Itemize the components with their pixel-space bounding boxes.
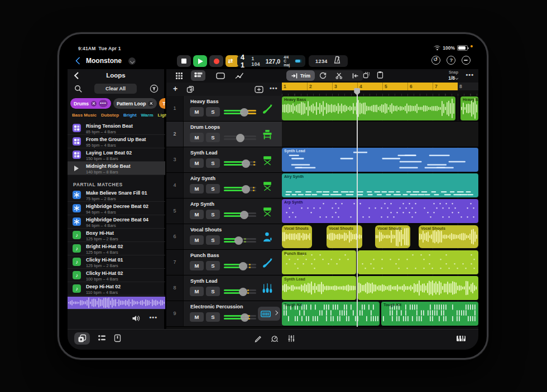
track-row[interactable]: 4 Airy Synth M S Airy Synth bbox=[166, 173, 478, 199]
list-item[interactable]: Make Believe Snare Fill 0175 bpm – 2 Bar… bbox=[68, 188, 165, 202]
track-lane[interactable]: Arp Synth bbox=[282, 199, 478, 224]
volume-slider[interactable] bbox=[224, 211, 256, 219]
mute-button[interactable]: M bbox=[190, 184, 204, 193]
play-button[interactable] bbox=[193, 55, 207, 67]
chip-pattern-loop[interactable]: Pattern Loop bbox=[113, 98, 157, 109]
help-icon[interactable] bbox=[447, 56, 455, 65]
chip-drums[interactable]: Drums bbox=[70, 98, 111, 109]
controls-dial-icon[interactable] bbox=[271, 335, 279, 345]
cycle-range[interactable]: 1234567 bbox=[282, 83, 458, 90]
solo-button[interactable]: S bbox=[206, 158, 220, 168]
mute-button[interactable]: M bbox=[190, 287, 204, 296]
track-header[interactable]: Airy Synth M S bbox=[183, 173, 282, 198]
track-header[interactable]: Synth Lead M S bbox=[183, 147, 282, 172]
audio-region[interactable]: Vocal Shouts bbox=[375, 225, 410, 248]
track-lane[interactable]: Heavy Bass Heavy Bass bbox=[282, 96, 478, 121]
inspector-icon[interactable] bbox=[114, 334, 121, 345]
midi-region[interactable]: Airy Synth bbox=[282, 173, 478, 197]
list-item-selected[interactable]: Midnight Ride Beat140 bpm – 8 Bars bbox=[68, 162, 165, 175]
list-item[interactable]: ♪ Bright Hi-Hat 02125 bpm – 4 Bars bbox=[68, 242, 165, 255]
project-menu-chevron-icon[interactable] bbox=[128, 57, 136, 65]
list-item[interactable]: ♪ Clicky Hi-Hat 01125 bpm – 2 Bars bbox=[68, 255, 165, 269]
undo-icon[interactable] bbox=[431, 56, 440, 65]
midi-region[interactable]: Synth Lead bbox=[282, 148, 478, 172]
mute-button[interactable]: M bbox=[190, 107, 204, 117]
volume-slider[interactable] bbox=[224, 159, 256, 167]
midi-region[interactable]: Punch Bass bbox=[282, 250, 356, 274]
remove-chip-icon[interactable] bbox=[148, 101, 153, 107]
clear-all-button[interactable]: Clear All bbox=[94, 84, 137, 94]
more-icon[interactable] bbox=[466, 71, 474, 78]
more-icon[interactable] bbox=[270, 85, 278, 91]
chip-trap[interactable]: Trap bbox=[159, 98, 165, 109]
track-stack-button[interactable] bbox=[258, 307, 280, 321]
editors-icon[interactable] bbox=[98, 334, 106, 344]
solo-button[interactable]: S bbox=[206, 107, 220, 117]
track-header[interactable]: Heavy Bass M S bbox=[183, 96, 282, 121]
loop-tool-button[interactable] bbox=[315, 70, 331, 81]
volume-slider[interactable] bbox=[224, 108, 256, 116]
search-icon[interactable] bbox=[74, 85, 82, 95]
track-row[interactable]: 5 Arp Synth M S Arp Synth bbox=[166, 199, 478, 224]
pattern-region[interactable]: Tough Kit bbox=[381, 302, 478, 326]
mute-button[interactable]: M bbox=[190, 312, 204, 322]
list-item[interactable]: Highbridge Decree Beat 0294 bpm – 4 Bars bbox=[68, 202, 165, 215]
mute-button[interactable]: M bbox=[190, 210, 204, 219]
split-tool-button[interactable] bbox=[331, 70, 347, 81]
track-header[interactable]: Arp Synth M S bbox=[183, 199, 282, 224]
volume-slider[interactable] bbox=[224, 236, 256, 244]
track-lane[interactable]: Tough Kit Tough Kit bbox=[282, 301, 478, 326]
mute-button[interactable]: M bbox=[190, 261, 204, 270]
track-lane[interactable]: Synth Lead bbox=[282, 275, 478, 301]
midi-region[interactable]: Arp Synth bbox=[282, 199, 478, 223]
minimize-icon[interactable] bbox=[462, 56, 471, 65]
metronome-icon[interactable] bbox=[333, 56, 341, 66]
solo-button[interactable]: S bbox=[206, 210, 220, 219]
bar-ruler[interactable]: 1234567 8 bbox=[282, 83, 478, 96]
mixer-faders-icon[interactable] bbox=[287, 335, 295, 345]
stop-button[interactable] bbox=[177, 55, 191, 67]
volume-slider[interactable] bbox=[224, 288, 256, 296]
tag-dubstep[interactable]: Dubstep bbox=[101, 113, 119, 118]
list-item[interactable]: Laying Low Beat 02150 bpm – 8 Bars bbox=[68, 148, 165, 162]
mute-button[interactable]: M bbox=[190, 235, 204, 245]
list-item[interactable]: ♪ Deep Hi-Hat 02110 bpm – 4 Bars bbox=[68, 282, 165, 296]
record-button[interactable] bbox=[209, 55, 223, 67]
solo-button[interactable]: S bbox=[206, 235, 220, 245]
snap-setting[interactable]: Snap 1/8 bbox=[448, 70, 458, 81]
track-row[interactable]: 9 Electronic Percussion M S bbox=[166, 301, 478, 327]
live-loops-grid-icon[interactable] bbox=[172, 70, 186, 81]
tag-bass-music[interactable]: Bass Music bbox=[72, 113, 97, 118]
volume-slider[interactable] bbox=[224, 134, 256, 142]
solo-button[interactable]: S bbox=[206, 184, 220, 193]
playhead[interactable] bbox=[357, 88, 358, 327]
loop-browser-tab[interactable] bbox=[74, 332, 90, 345]
solo-button[interactable]: S bbox=[206, 287, 220, 296]
trim-tool-button[interactable]: Trim bbox=[286, 70, 315, 81]
mute-button[interactable]: M bbox=[190, 133, 204, 142]
copy-icon[interactable] bbox=[363, 71, 370, 81]
track-row-selected[interactable]: 2 Drum Loops M S bbox=[166, 122, 478, 147]
pattern-region[interactable]: Tough Kit bbox=[282, 302, 380, 326]
volume-slider[interactable] bbox=[224, 185, 256, 193]
list-item[interactable]: ♪ Boxy Hi-Hat125 bpm – 2 Bars bbox=[68, 229, 165, 242]
midi-region[interactable] bbox=[358, 250, 478, 274]
list-item[interactable]: From the Ground Up Beat95 bpm – 4 Bars bbox=[68, 135, 165, 148]
audio-region[interactable]: Vocal Shouts bbox=[282, 225, 312, 248]
track-header[interactable]: Drum Loops M S bbox=[183, 122, 282, 147]
list-item[interactable]: ♪ Clicky Hi-Hat 02100 bpm – 4 Bars bbox=[68, 269, 165, 282]
audio-region[interactable]: Vocal Shouts bbox=[419, 225, 478, 248]
paste-icon[interactable] bbox=[377, 71, 383, 81]
loop-preview-waveform[interactable] bbox=[68, 297, 165, 309]
list-item[interactable]: Highbridge Decree Beat 0494 bpm – 4 Bars bbox=[68, 215, 165, 229]
track-row[interactable]: 8 Synth Lead M S Synth Lead bbox=[166, 275, 478, 301]
track-lane[interactable] bbox=[282, 122, 478, 147]
track-row[interactable]: 3 Synth Lead M S Synth Lead bbox=[166, 147, 478, 173]
track-lane[interactable]: Vocal Shouts Vocal Shouts Vocal Shouts bbox=[282, 224, 478, 249]
piano-keyboard-icon[interactable] bbox=[456, 335, 466, 344]
solo-button[interactable]: S bbox=[206, 133, 220, 142]
volume-slider[interactable] bbox=[224, 313, 256, 321]
marquee-select-icon[interactable] bbox=[213, 70, 228, 81]
add-track-icon[interactable]: + bbox=[173, 84, 177, 94]
track-row[interactable]: 6 Vocal Shouts M S Vocal Shouts bbox=[166, 224, 478, 250]
